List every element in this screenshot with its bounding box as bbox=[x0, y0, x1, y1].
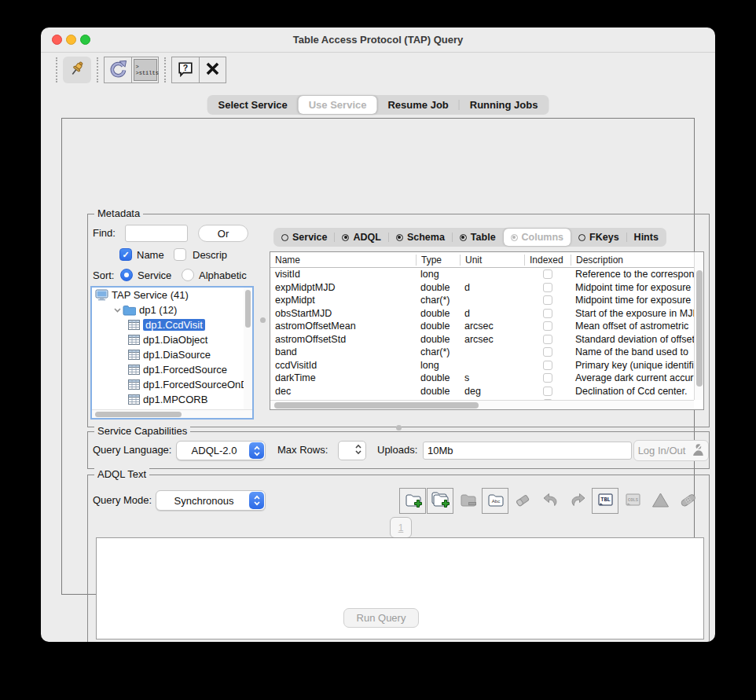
columns-table-vertical-scrollbar[interactable] bbox=[694, 252, 703, 400]
service-capabilities-group: Service Capabilities Query Language: ADQ… bbox=[87, 431, 710, 469]
remove-tab-icon bbox=[458, 490, 478, 512]
add-tab-icon bbox=[403, 490, 423, 512]
chevron-down-icon[interactable] bbox=[112, 306, 123, 313]
tab-label: Service bbox=[292, 232, 327, 243]
indexed-checkbox[interactable] bbox=[543, 295, 552, 305]
tab-resume-job[interactable]: Resume Job bbox=[377, 96, 458, 114]
view-tab-columns[interactable]: Columns bbox=[504, 229, 571, 246]
tree-item-tap-service-41-[interactable]: TAP Service (41) bbox=[92, 288, 252, 302]
table-row[interactable]: decdoubledegDeclination of Ccd center. bbox=[270, 385, 694, 398]
column-header-unit[interactable]: Unit bbox=[460, 255, 524, 266]
view-tab-schema[interactable]: Schema bbox=[389, 229, 452, 246]
indexed-checkbox[interactable] bbox=[543, 321, 552, 331]
tree-horizontal-scrollbar[interactable] bbox=[92, 409, 252, 418]
view-tab-table[interactable]: Table bbox=[453, 229, 503, 246]
uploads-input[interactable] bbox=[423, 442, 632, 460]
reload-button[interactable] bbox=[105, 57, 131, 82]
log-in-out-button[interactable]: Log In/Out bbox=[633, 440, 709, 461]
column-header-type[interactable]: Type bbox=[416, 255, 460, 266]
view-tab-hints[interactable]: Hints bbox=[627, 229, 666, 246]
query-mode-dropdown[interactable]: Synchronous bbox=[156, 490, 266, 511]
tree-item-dp1-ccdvisit[interactable]: dp1.CcdVisit bbox=[92, 317, 252, 332]
cell-type: long bbox=[416, 360, 460, 371]
descrip-checkbox[interactable] bbox=[174, 248, 186, 261]
column-header-description[interactable]: Description bbox=[571, 255, 695, 266]
insert-table-icon: TBL bbox=[596, 490, 615, 512]
view-tab-adql[interactable]: ADQL bbox=[335, 229, 387, 246]
tree-item-label: dp1.ForcedSource bbox=[143, 364, 227, 376]
close-window-button[interactable] bbox=[52, 35, 62, 45]
sort-radio-alphabetic[interactable] bbox=[182, 269, 194, 281]
cell-indexed bbox=[524, 347, 571, 357]
tree-item-dp1-forcedsourceond[interactable]: dp1.ForcedSourceOnD bbox=[92, 377, 252, 392]
tab-use-service[interactable]: Use Service bbox=[299, 96, 377, 114]
tree-item-dp1-diaobject[interactable]: dp1.DiaObject bbox=[92, 332, 252, 347]
table-row[interactable]: astromOffsetMeandoublearcsecMean offset … bbox=[270, 320, 694, 333]
copy-tab-button[interactable] bbox=[427, 488, 453, 514]
tab-select-service[interactable]: Select Service bbox=[208, 96, 298, 114]
query-language-dropdown[interactable]: ADQL-2.0 bbox=[176, 441, 266, 460]
editor-tab-1[interactable]: 1 bbox=[390, 517, 412, 538]
pin-icon bbox=[68, 60, 86, 80]
add-tab-button[interactable] bbox=[399, 488, 426, 514]
rename-tab-button[interactable]: Abc bbox=[482, 488, 508, 514]
service-capabilities-legend: Service Capabilities bbox=[94, 425, 190, 437]
table-row[interactable]: astromOffsetStddoublearcsecStandard devi… bbox=[270, 333, 694, 346]
table-row[interactable]: ccdVisitIdlongPrimary key (unique identi… bbox=[270, 359, 694, 372]
table-row[interactable]: expMidptchar(*)Midpoint time for exposur… bbox=[270, 294, 694, 307]
cell-name: band bbox=[270, 346, 416, 357]
minimize-window-button[interactable] bbox=[66, 35, 76, 45]
zoom-window-button[interactable] bbox=[80, 35, 90, 45]
tree-item-dp1-diasource[interactable]: dp1.DiaSource bbox=[92, 347, 252, 362]
indexed-checkbox[interactable] bbox=[543, 373, 552, 383]
metadata-view-tabs: ServiceADQLSchemaTableColumnsFKeysHints bbox=[273, 228, 666, 247]
uploads-label: Uploads: bbox=[377, 444, 417, 456]
vertical-split-divider[interactable] bbox=[396, 425, 402, 431]
tree-item-dp1-mpcorb[interactable]: dp1.MPCORB bbox=[92, 392, 252, 407]
tree-item-dp1-12-[interactable]: dp1 (12) bbox=[92, 302, 252, 317]
sort-label: Sort: bbox=[93, 269, 114, 281]
cell-name: visitId bbox=[270, 269, 416, 280]
indexed-checkbox[interactable] bbox=[543, 361, 552, 370]
pin-window-button[interactable] bbox=[63, 57, 91, 83]
columns-table-horizontal-scrollbar[interactable] bbox=[270, 400, 694, 409]
run-query-button[interactable]: Run Query bbox=[343, 608, 419, 628]
table-row[interactable]: darkTimedoublesAverage dark current accu… bbox=[270, 372, 694, 385]
indexed-checkbox[interactable] bbox=[543, 283, 552, 292]
indexed-checkbox[interactable] bbox=[543, 347, 552, 357]
indexed-checkbox[interactable] bbox=[543, 309, 552, 318]
table-icon bbox=[128, 394, 140, 405]
cell-description: Mean offset of astrometric bbox=[571, 321, 694, 332]
indexed-checkbox[interactable] bbox=[543, 269, 552, 279]
view-tab-service[interactable]: Service bbox=[274, 229, 334, 246]
title-bar: Table Access Protocol (TAP) Query bbox=[41, 27, 715, 53]
help-button[interactable]: ? bbox=[172, 57, 199, 82]
view-tab-fkeys[interactable]: FKeys bbox=[571, 229, 626, 246]
find-input[interactable] bbox=[125, 225, 188, 242]
toolbar-separator bbox=[164, 57, 166, 82]
close-panel-button[interactable] bbox=[199, 57, 226, 82]
insert-table-button[interactable]: TBL bbox=[592, 488, 618, 514]
tree-item-label: dp1.CcdVisit bbox=[143, 319, 205, 331]
tree-item-dp1-forcedsource[interactable]: dp1.ForcedSource bbox=[92, 362, 252, 377]
max-rows-spinner[interactable] bbox=[338, 441, 366, 460]
table-row[interactable]: expMidptMJDdoubledMidpoint time for expo… bbox=[270, 281, 694, 295]
indexed-checkbox[interactable] bbox=[543, 387, 552, 396]
indexed-checkbox[interactable] bbox=[543, 335, 552, 344]
table-row[interactable]: visitIdlongReference to the correspon bbox=[270, 268, 694, 281]
table-row[interactable]: bandchar(*)Name of the band used to bbox=[270, 346, 694, 359]
cell-unit: s bbox=[460, 372, 524, 383]
tree-split-divider[interactable] bbox=[260, 317, 266, 323]
or-button[interactable]: Or bbox=[198, 225, 248, 242]
stilts-button[interactable]: >>stilts bbox=[131, 57, 158, 82]
sort-radio-service[interactable] bbox=[120, 269, 133, 281]
name-checkbox[interactable] bbox=[119, 248, 132, 261]
tree-vertical-scrollbar[interactable] bbox=[244, 288, 252, 409]
cell-description: Midpoint time for exposure bbox=[571, 295, 694, 306]
tree-item-label: dp1.MPCORB bbox=[143, 394, 207, 405]
column-header-indexed[interactable]: Indexed bbox=[524, 255, 571, 266]
column-header-name[interactable]: Name bbox=[270, 255, 416, 266]
table-row[interactable]: obsStartMJDdoubledStart of the exposure … bbox=[270, 307, 694, 321]
insert-columns-button: COLS bbox=[619, 488, 646, 514]
tab-running-jobs[interactable]: Running Jobs bbox=[460, 96, 549, 114]
